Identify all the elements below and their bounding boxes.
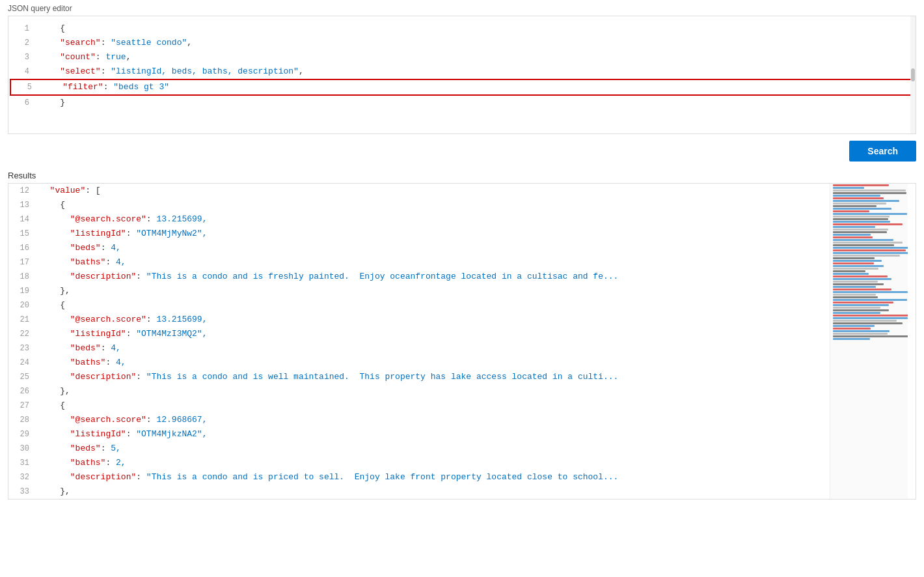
editor-line-6: 6 } [8, 96, 916, 110]
line-number: 2 [14, 36, 40, 50]
minimap-line [833, 275, 888, 277]
result-line-number: 15 [14, 227, 40, 241]
editor-line-2: 2 "search": "seattle condo", [8, 36, 916, 50]
minimap-line [833, 312, 880, 314]
minimap-line [833, 317, 908, 319]
minimap-line [833, 315, 908, 317]
minimap-line [833, 252, 908, 254]
result-line-12: 12 "value": [ [8, 184, 916, 198]
result-line-30: 30 "beds": 5, [8, 442, 916, 456]
minimap-line [833, 281, 878, 283]
minimap-line [833, 249, 906, 251]
result-line-number: 12 [14, 184, 40, 198]
result-line-19: 19 }, [8, 284, 916, 298]
result-line-content: { [40, 298, 910, 313]
line-number: 6 [14, 96, 40, 110]
result-line-24: 24 "baths": 4, [8, 356, 916, 370]
minimap-line [833, 302, 893, 303]
result-line-number: 19 [14, 284, 40, 298]
code-area[interactable]: 1 {2 "search": "seattle condo",3 "count"… [8, 16, 916, 134]
result-line-number: 14 [14, 212, 40, 227]
result-line-number: 26 [14, 384, 40, 399]
minimap-line [833, 213, 907, 215]
minimap-line [833, 221, 890, 223]
result-line-18: 18 "description": "This is a condo and i… [8, 270, 916, 284]
result-line-number: 27 [14, 399, 40, 413]
minimap-line [833, 236, 873, 238]
result-line-content: "beds": 4, [40, 341, 910, 356]
line-number: 4 [14, 64, 40, 79]
result-line-13: 13 { [8, 198, 916, 212]
result-line-number: 23 [14, 341, 40, 356]
result-line-14: 14 "@search.score": 13.215699, [8, 212, 916, 227]
editor-line-5: 5 "filter": "beds gt 3" [10, 79, 914, 96]
result-line-number: 22 [14, 327, 40, 341]
result-line-content: "description": "This is a condo and is p… [40, 470, 910, 485]
result-line-number: 24 [14, 356, 40, 370]
result-line-content: "@search.score": 13.215699, [40, 212, 910, 227]
minimap-line [833, 200, 899, 202]
result-line-content: "baths": 2, [40, 456, 910, 470]
results-panel: 12 "value": [13 {14 "@search.score": 13.… [8, 183, 916, 500]
result-line-number: 33 [14, 485, 40, 499]
result-line-number: 21 [14, 313, 40, 327]
minimap-line [833, 320, 897, 322]
minimap-line [833, 330, 890, 332]
result-line-33: 33 }, [8, 485, 916, 499]
minimap-line [833, 291, 908, 293]
minimap-line [833, 218, 888, 220]
line-content: "count": true, [40, 50, 910, 64]
result-line-content: "description": "This is a condo and is f… [40, 270, 910, 284]
minimap-line [833, 273, 869, 275]
result-line-content: "@search.score": 12.968667, [40, 413, 910, 427]
result-line-number: 17 [14, 255, 40, 270]
minimap-line [833, 322, 903, 324]
result-line-content: { [40, 198, 910, 212]
result-line-27: 27 { [8, 399, 916, 413]
minimap-line [833, 208, 891, 210]
minimap-line [833, 307, 880, 309]
result-line-number: 28 [14, 413, 40, 427]
minimap-line [833, 197, 884, 199]
minimap [830, 184, 908, 499]
result-line-content: "listingId": "OTM4MjMyNw2", [40, 227, 910, 241]
result-line-content: "baths": 4, [40, 255, 910, 270]
result-line-content: { [40, 399, 910, 413]
search-button-row: Search [0, 134, 924, 168]
minimap-line [833, 257, 875, 259]
minimap-line [833, 265, 884, 267]
minimap-line [833, 229, 888, 231]
minimap-line [833, 278, 891, 280]
result-line-content: "beds": 4, [40, 241, 910, 255]
result-line-17: 17 "baths": 4, [8, 255, 916, 270]
result-line-31: 31 "baths": 2, [8, 456, 916, 470]
minimap-line [833, 242, 903, 244]
results-label: Results [0, 168, 924, 183]
editor-line-1: 1 { [8, 21, 916, 36]
results-code-area[interactable]: 12 "value": [13 {14 "@search.score": 13.… [8, 184, 916, 499]
result-line-content: "beds": 5, [40, 442, 910, 456]
minimap-line [833, 309, 889, 311]
result-line-content: "value": [ [40, 184, 910, 198]
line-content: { [40, 21, 910, 36]
editor-scrollbar[interactable] [910, 16, 916, 134]
result-line-content: "listingId": "OTM4MjkzNA2", [40, 427, 910, 442]
result-line-number: 18 [14, 270, 40, 284]
result-line-number: 32 [14, 470, 40, 485]
search-button[interactable]: Search [849, 141, 916, 162]
line-number: 1 [14, 21, 40, 36]
minimap-line [833, 270, 865, 272]
page-container: JSON query editor 1 {2 "search": "seattl… [0, 0, 924, 577]
line-content: "filter": "beds gt 3" [42, 80, 908, 94]
line-number: 3 [14, 50, 40, 64]
minimap-line [833, 195, 880, 197]
line-number: 5 [16, 80, 42, 94]
minimap-line [833, 255, 900, 257]
minimap-line [833, 187, 864, 189]
result-line-number: 29 [14, 427, 40, 442]
result-line-16: 16 "beds": 4, [8, 241, 916, 255]
result-line-number: 25 [14, 370, 40, 384]
result-line-32: 32 "description": "This is a condo and i… [8, 470, 916, 485]
line-content: "select": "listingId, beds, baths, descr… [40, 64, 910, 79]
line-content: } [40, 96, 910, 110]
